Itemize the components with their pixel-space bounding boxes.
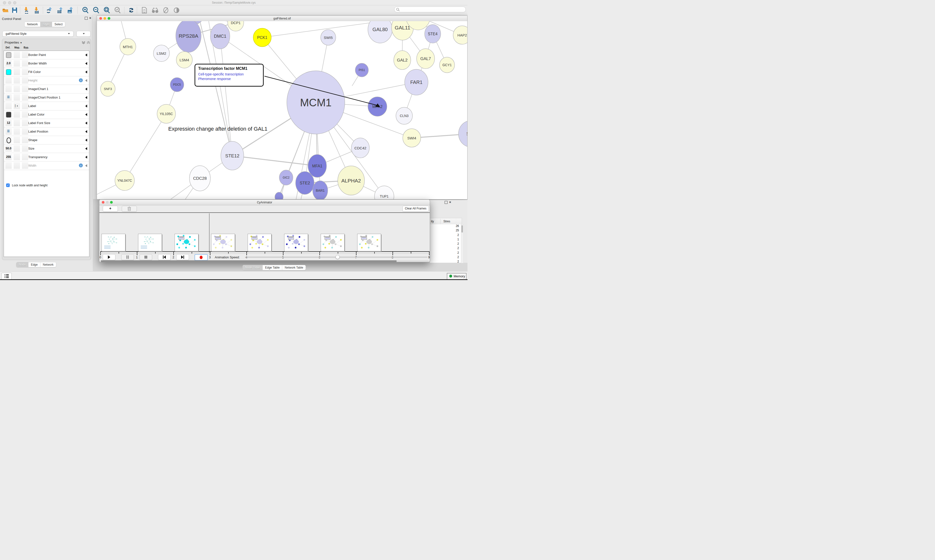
graph-node-slt[interactable]	[458, 121, 467, 147]
expand-all-icon[interactable]	[82, 41, 85, 44]
network-graph[interactable]: DCP1RPS28ADMC1PCK1SWI5GAL80GAL11STE4HAP2…	[97, 21, 467, 199]
tab-network[interactable]: Network	[40, 262, 56, 267]
speed-slider-thumb[interactable]	[336, 255, 339, 259]
clone-network-icon[interactable]	[141, 7, 148, 14]
export-network-icon[interactable]	[46, 7, 54, 14]
property-cell[interactable]	[5, 103, 12, 109]
expand-row-icon[interactable]	[85, 71, 87, 74]
frame-thumbnail-5[interactable]	[248, 234, 272, 251]
import-network-icon[interactable]	[23, 7, 30, 14]
expand-row-icon[interactable]	[85, 54, 87, 57]
delete-frame-button[interactable]	[122, 206, 137, 212]
skip-to-end-button[interactable]	[176, 254, 189, 260]
color-swatch[interactable]	[6, 69, 11, 75]
property-cell[interactable]	[22, 94, 28, 101]
skip-to-start-button[interactable]	[158, 254, 171, 260]
property-row[interactable]: ☰Image/Chart Position 1	[4, 94, 89, 102]
open-session-icon[interactable]	[2, 7, 9, 14]
hide-elements-icon[interactable]	[162, 7, 170, 14]
expand-row-icon[interactable]	[85, 122, 87, 125]
export-table-icon[interactable]	[57, 7, 64, 14]
property-cell[interactable]	[14, 154, 20, 160]
timeline-playhead[interactable]	[209, 213, 210, 253]
network-window-title-bar[interactable]: galFiltered.sif	[97, 16, 467, 22]
search-input[interactable]	[394, 6, 466, 12]
property-cell[interactable]	[14, 60, 20, 67]
property-row[interactable]: Widthi	[4, 162, 89, 170]
property-row[interactable]: ☰Label Position	[4, 128, 89, 136]
add-frame-button[interactable]: +	[103, 206, 118, 212]
property-cell[interactable]	[22, 86, 28, 92]
tab-style[interactable]: Style	[40, 22, 52, 27]
property-cell[interactable]	[22, 137, 28, 143]
info-icon[interactable]: i	[79, 163, 83, 168]
property-row[interactable]: Border Paint	[4, 51, 89, 59]
property-cell[interactable]	[14, 69, 20, 75]
zoom-in-icon[interactable]	[82, 7, 89, 14]
play-button[interactable]	[103, 254, 116, 260]
property-row[interactable]: Heighti	[4, 76, 89, 85]
export-image-icon[interactable]	[67, 7, 74, 14]
annotation-box[interactable]: Transcription factor MCM1 Cell-type-spec…	[194, 64, 264, 86]
tab-node[interactable]: Node	[16, 262, 28, 267]
annotation-link[interactable]: Cell-type-specific transcription	[198, 72, 244, 76]
property-row[interactable]: 2.0Border Width	[4, 59, 89, 68]
tab-network[interactable]: Network	[25, 22, 40, 27]
expand-row-icon[interactable]	[85, 164, 87, 167]
info-icon[interactable]: i	[79, 78, 83, 82]
expand-row-icon[interactable]	[85, 79, 87, 82]
property-row[interactable]: 50.0Size	[4, 145, 89, 153]
show-log-button[interactable]	[2, 273, 12, 280]
expand-row-icon[interactable]	[85, 138, 87, 142]
zoom-out-icon[interactable]	[93, 7, 100, 14]
property-cell[interactable]	[22, 162, 28, 169]
frame-thumbnail-6[interactable]	[284, 234, 308, 251]
frame-thumbnail-3[interactable]	[174, 234, 199, 251]
property-cell[interactable]	[14, 52, 20, 58]
stop-button[interactable]	[139, 254, 152, 260]
expand-row-icon[interactable]	[85, 62, 87, 65]
properties-header[interactable]: Properties ▼	[5, 41, 22, 44]
style-options-button[interactable]	[76, 31, 91, 37]
property-cell[interactable]	[22, 111, 28, 118]
frame-thumbnail-1[interactable]	[102, 234, 125, 251]
record-button[interactable]	[194, 254, 208, 260]
close-panel-icon[interactable]: ✕	[89, 17, 91, 20]
timeline-scrollbar[interactable]	[100, 260, 429, 262]
property-cell[interactable]	[22, 103, 28, 109]
column-header[interactable]: Stres	[443, 220, 450, 223]
property-row[interactable]: Shape	[4, 136, 89, 145]
expand-row-icon[interactable]	[85, 88, 87, 91]
expand-row-icon[interactable]	[85, 156, 87, 158]
zoom-fit-icon[interactable]	[103, 7, 111, 14]
frame-thumbnail-8[interactable]	[357, 234, 381, 251]
tab-edge[interactable]: Edge	[28, 262, 40, 267]
tab-select[interactable]: Select	[52, 22, 65, 27]
expand-row-icon[interactable]	[85, 96, 87, 99]
frame-thumbnail-7[interactable]	[321, 234, 344, 251]
property-cell[interactable]	[14, 77, 20, 84]
expand-row-icon[interactable]	[85, 147, 87, 150]
clear-all-frames-button[interactable]: Clear All Frames	[403, 206, 429, 212]
timeline-area[interactable]: 0123456789 Seconds	[99, 213, 430, 253]
property-cell[interactable]	[14, 137, 20, 143]
style-selector-dropdown[interactable]: galFiltered Style	[2, 31, 74, 37]
scrollbar-thumb[interactable]	[461, 225, 463, 232]
import-table-icon[interactable]	[33, 7, 40, 14]
memory-button[interactable]: Memory	[447, 273, 466, 280]
float-panel-icon[interactable]	[444, 201, 447, 204]
color-swatch[interactable]	[6, 112, 11, 117]
zoom-selected-icon[interactable]	[114, 7, 121, 14]
property-cell[interactable]	[22, 60, 28, 67]
property-row[interactable]: Fill Color	[4, 68, 89, 76]
expand-row-icon[interactable]	[85, 105, 87, 108]
expand-row-icon[interactable]	[85, 130, 87, 133]
property-cell[interactable]	[22, 69, 28, 75]
close-panel-icon[interactable]: ✕	[449, 201, 451, 204]
property-cell[interactable]	[14, 94, 20, 101]
property-cell[interactable]	[14, 86, 20, 92]
property-row[interactable]: ⋮›Label	[4, 102, 89, 111]
property-cell[interactable]	[14, 145, 20, 152]
property-cell[interactable]	[5, 162, 12, 169]
property-row[interactable]: Label Color	[4, 111, 89, 119]
